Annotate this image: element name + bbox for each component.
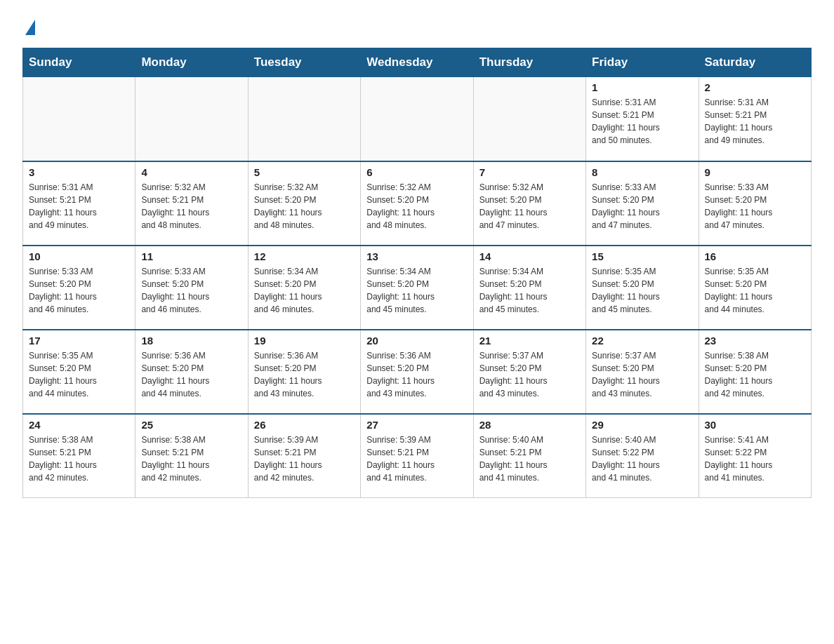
calendar-cell: 14Sunrise: 5:34 AMSunset: 5:20 PMDayligh… <box>473 246 585 330</box>
day-number: 4 <box>141 166 241 178</box>
calendar-cell: 17Sunrise: 5:35 AMSunset: 5:20 PMDayligh… <box>23 330 135 414</box>
day-number: 29 <box>592 419 692 431</box>
day-info: Sunrise: 5:33 AMSunset: 5:20 PMDaylight:… <box>592 181 692 232</box>
calendar-cell: 13Sunrise: 5:34 AMSunset: 5:20 PMDayligh… <box>361 246 473 330</box>
day-info: Sunrise: 5:32 AMSunset: 5:21 PMDaylight:… <box>141 181 241 232</box>
calendar-cell: 25Sunrise: 5:38 AMSunset: 5:21 PMDayligh… <box>135 414 248 498</box>
day-info: Sunrise: 5:34 AMSunset: 5:20 PMDaylight:… <box>254 265 355 316</box>
day-info: Sunrise: 5:34 AMSunset: 5:20 PMDaylight:… <box>366 265 467 316</box>
calendar-cell: 19Sunrise: 5:36 AMSunset: 5:20 PMDayligh… <box>248 330 360 414</box>
day-info: Sunrise: 5:35 AMSunset: 5:20 PMDaylight:… <box>29 349 129 400</box>
day-info: Sunrise: 5:37 AMSunset: 5:20 PMDaylight:… <box>592 349 692 400</box>
day-number: 7 <box>479 166 580 178</box>
day-number: 8 <box>592 166 692 178</box>
day-header-saturday: Saturday <box>699 48 811 77</box>
day-number: 16 <box>705 250 805 262</box>
calendar-cell: 29Sunrise: 5:40 AMSunset: 5:22 PMDayligh… <box>586 414 699 498</box>
day-info: Sunrise: 5:33 AMSunset: 5:20 PMDaylight:… <box>705 181 805 232</box>
day-info: Sunrise: 5:40 AMSunset: 5:22 PMDaylight:… <box>592 434 692 484</box>
calendar-cell <box>135 77 248 161</box>
day-header-monday: Monday <box>135 48 248 77</box>
day-number: 26 <box>254 419 355 431</box>
day-number: 5 <box>254 166 355 178</box>
logo <box>22 20 35 36</box>
day-info: Sunrise: 5:36 AMSunset: 5:20 PMDaylight:… <box>254 349 355 400</box>
calendar-cell: 9Sunrise: 5:33 AMSunset: 5:20 PMDaylight… <box>699 161 811 246</box>
calendar-cell: 16Sunrise: 5:35 AMSunset: 5:20 PMDayligh… <box>699 246 811 330</box>
day-number: 30 <box>705 419 805 431</box>
calendar-cell: 7Sunrise: 5:32 AMSunset: 5:20 PMDaylight… <box>473 161 585 246</box>
week-row-5: 24Sunrise: 5:38 AMSunset: 5:21 PMDayligh… <box>23 414 812 498</box>
calendar-cell: 3Sunrise: 5:31 AMSunset: 5:21 PMDaylight… <box>23 161 135 246</box>
day-number: 28 <box>479 419 580 431</box>
day-number: 18 <box>141 335 241 347</box>
week-row-2: 3Sunrise: 5:31 AMSunset: 5:21 PMDaylight… <box>23 161 812 246</box>
day-info: Sunrise: 5:40 AMSunset: 5:21 PMDaylight:… <box>479 434 580 484</box>
calendar-cell <box>248 77 360 161</box>
day-header-wednesday: Wednesday <box>361 48 473 77</box>
day-info: Sunrise: 5:38 AMSunset: 5:20 PMDaylight:… <box>705 349 805 400</box>
day-info: Sunrise: 5:32 AMSunset: 5:20 PMDaylight:… <box>366 181 467 232</box>
calendar-cell: 8Sunrise: 5:33 AMSunset: 5:20 PMDaylight… <box>586 161 699 246</box>
day-info: Sunrise: 5:39 AMSunset: 5:21 PMDaylight:… <box>366 434 467 484</box>
calendar-cell: 24Sunrise: 5:38 AMSunset: 5:21 PMDayligh… <box>23 414 135 498</box>
calendar-cell: 12Sunrise: 5:34 AMSunset: 5:20 PMDayligh… <box>248 246 360 330</box>
calendar-cell: 10Sunrise: 5:33 AMSunset: 5:20 PMDayligh… <box>23 246 135 330</box>
day-header-sunday: Sunday <box>23 48 135 77</box>
day-number: 1 <box>592 81 692 93</box>
day-info: Sunrise: 5:36 AMSunset: 5:20 PMDaylight:… <box>141 349 241 400</box>
calendar-cell: 18Sunrise: 5:36 AMSunset: 5:20 PMDayligh… <box>135 330 248 414</box>
calendar-header-row: SundayMondayTuesdayWednesdayThursdayFrid… <box>23 48 812 77</box>
day-info: Sunrise: 5:35 AMSunset: 5:20 PMDaylight:… <box>592 265 692 316</box>
day-number: 22 <box>592 335 692 347</box>
day-number: 21 <box>479 335 580 347</box>
day-number: 11 <box>141 250 241 262</box>
calendar-cell <box>361 77 473 161</box>
day-info: Sunrise: 5:31 AMSunset: 5:21 PMDaylight:… <box>29 181 129 232</box>
day-number: 23 <box>705 335 805 347</box>
logo-triangle-icon <box>25 20 35 35</box>
week-row-4: 17Sunrise: 5:35 AMSunset: 5:20 PMDayligh… <box>23 330 812 414</box>
calendar-cell: 20Sunrise: 5:36 AMSunset: 5:20 PMDayligh… <box>361 330 473 414</box>
day-info: Sunrise: 5:35 AMSunset: 5:20 PMDaylight:… <box>705 265 805 316</box>
week-row-1: 1Sunrise: 5:31 AMSunset: 5:21 PMDaylight… <box>23 77 812 161</box>
day-info: Sunrise: 5:38 AMSunset: 5:21 PMDaylight:… <box>29 434 129 484</box>
day-number: 2 <box>705 81 805 93</box>
day-info: Sunrise: 5:31 AMSunset: 5:21 PMDaylight:… <box>592 96 692 147</box>
calendar-cell: 28Sunrise: 5:40 AMSunset: 5:21 PMDayligh… <box>473 414 585 498</box>
day-info: Sunrise: 5:32 AMSunset: 5:20 PMDaylight:… <box>479 181 580 232</box>
day-number: 9 <box>705 166 805 178</box>
calendar-cell: 21Sunrise: 5:37 AMSunset: 5:20 PMDayligh… <box>473 330 585 414</box>
day-header-friday: Friday <box>586 48 699 77</box>
day-number: 13 <box>366 250 467 262</box>
day-number: 27 <box>366 419 467 431</box>
day-info: Sunrise: 5:41 AMSunset: 5:22 PMDaylight:… <box>705 434 805 484</box>
day-number: 6 <box>366 166 467 178</box>
day-number: 12 <box>254 250 355 262</box>
day-info: Sunrise: 5:34 AMSunset: 5:20 PMDaylight:… <box>479 265 580 316</box>
calendar-cell: 30Sunrise: 5:41 AMSunset: 5:22 PMDayligh… <box>699 414 811 498</box>
calendar-cell <box>473 77 585 161</box>
day-info: Sunrise: 5:36 AMSunset: 5:20 PMDaylight:… <box>366 349 467 400</box>
calendar-cell: 26Sunrise: 5:39 AMSunset: 5:21 PMDayligh… <box>248 414 360 498</box>
page-header <box>22 17 812 36</box>
calendar-cell: 1Sunrise: 5:31 AMSunset: 5:21 PMDaylight… <box>586 77 699 161</box>
calendar-cell: 23Sunrise: 5:38 AMSunset: 5:20 PMDayligh… <box>699 330 811 414</box>
calendar-cell <box>23 77 135 161</box>
calendar-cell: 6Sunrise: 5:32 AMSunset: 5:20 PMDaylight… <box>361 161 473 246</box>
day-info: Sunrise: 5:39 AMSunset: 5:21 PMDaylight:… <box>254 434 355 484</box>
day-number: 10 <box>29 250 129 262</box>
calendar-cell: 22Sunrise: 5:37 AMSunset: 5:20 PMDayligh… <box>586 330 699 414</box>
day-header-tuesday: Tuesday <box>248 48 360 77</box>
calendar-cell: 5Sunrise: 5:32 AMSunset: 5:20 PMDaylight… <box>248 161 360 246</box>
day-info: Sunrise: 5:38 AMSunset: 5:21 PMDaylight:… <box>141 434 241 484</box>
week-row-3: 10Sunrise: 5:33 AMSunset: 5:20 PMDayligh… <box>23 246 812 330</box>
calendar-cell: 4Sunrise: 5:32 AMSunset: 5:21 PMDaylight… <box>135 161 248 246</box>
day-info: Sunrise: 5:31 AMSunset: 5:21 PMDaylight:… <box>705 96 805 147</box>
calendar-cell: 11Sunrise: 5:33 AMSunset: 5:20 PMDayligh… <box>135 246 248 330</box>
calendar-cell: 15Sunrise: 5:35 AMSunset: 5:20 PMDayligh… <box>586 246 699 330</box>
day-number: 15 <box>592 250 692 262</box>
day-number: 19 <box>254 335 355 347</box>
day-info: Sunrise: 5:32 AMSunset: 5:20 PMDaylight:… <box>254 181 355 232</box>
calendar-table: SundayMondayTuesdayWednesdayThursdayFrid… <box>22 48 812 498</box>
